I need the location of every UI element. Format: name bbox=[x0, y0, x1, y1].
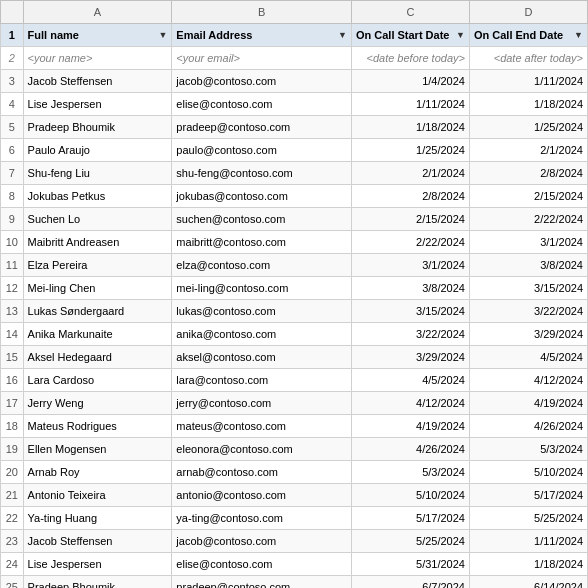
cell-email[interactable]: aksel@contoso.com bbox=[172, 346, 352, 369]
cell-startdate[interactable]: 1/4/2024 bbox=[351, 70, 469, 93]
cell-enddate[interactable]: 1/11/2024 bbox=[469, 70, 587, 93]
cell-enddate[interactable]: 1/11/2024 bbox=[469, 530, 587, 553]
cell-enddate[interactable]: 6/14/2024 bbox=[469, 576, 587, 589]
cell-enddate[interactable]: 4/12/2024 bbox=[469, 369, 587, 392]
cell-fullname[interactable]: Maibritt Andreasen bbox=[23, 231, 172, 254]
cell-startdate[interactable]: 4/26/2024 bbox=[351, 438, 469, 461]
cell-enddate[interactable]: 4/19/2024 bbox=[469, 392, 587, 415]
cell-enddate[interactable]: 5/17/2024 bbox=[469, 484, 587, 507]
cell-fullname[interactable]: Anika Markunaite bbox=[23, 323, 172, 346]
cell-startdate[interactable]: 4/5/2024 bbox=[351, 369, 469, 392]
enddate-filter-icon[interactable]: ▼ bbox=[574, 26, 583, 44]
cell-email[interactable]: anika@contoso.com bbox=[172, 323, 352, 346]
col-fullname-header[interactable]: Full name ▼ bbox=[23, 24, 172, 47]
cell-email[interactable]: maibritt@contoso.com bbox=[172, 231, 352, 254]
cell-fullname[interactable]: Lara Cardoso bbox=[23, 369, 172, 392]
cell-email[interactable]: ya-ting@contoso.com bbox=[172, 507, 352, 530]
cell-email[interactable]: jerry@contoso.com bbox=[172, 392, 352, 415]
cell-startdate[interactable]: 2/15/2024 bbox=[351, 208, 469, 231]
cell-fullname[interactable]: Jerry Weng bbox=[23, 392, 172, 415]
cell-fullname[interactable]: Ellen Mogensen bbox=[23, 438, 172, 461]
cell-fullname[interactable]: Jacob Steffensen bbox=[23, 70, 172, 93]
cell-fullname[interactable]: Pradeep Bhoumik bbox=[23, 576, 172, 589]
cell-email[interactable]: suchen@contoso.com bbox=[172, 208, 352, 231]
cell-fullname[interactable]: Lukas Søndergaard bbox=[23, 300, 172, 323]
cell-email[interactable]: mei-ling@contoso.com bbox=[172, 277, 352, 300]
cell-enddate[interactable]: 2/1/2024 bbox=[469, 139, 587, 162]
cell-enddate[interactable]: 1/18/2024 bbox=[469, 93, 587, 116]
cell-fullname[interactable]: Arnab Roy bbox=[23, 461, 172, 484]
cell-email[interactable]: pradeep@contoso.com bbox=[172, 576, 352, 589]
cell-fullname[interactable]: Aksel Hedegaard bbox=[23, 346, 172, 369]
cell-startdate[interactable]: 3/15/2024 bbox=[351, 300, 469, 323]
cell-startdate[interactable]: 5/10/2024 bbox=[351, 484, 469, 507]
cell-startdate[interactable]: 5/25/2024 bbox=[351, 530, 469, 553]
cell-enddate[interactable]: 2/15/2024 bbox=[469, 185, 587, 208]
email-filter-icon[interactable]: ▼ bbox=[338, 26, 347, 44]
cell-enddate[interactable]: 2/8/2024 bbox=[469, 162, 587, 185]
cell-startdate[interactable]: 5/3/2024 bbox=[351, 461, 469, 484]
cell-startdate[interactable]: 3/22/2024 bbox=[351, 323, 469, 346]
cell-startdate[interactable]: 6/7/2024 bbox=[351, 576, 469, 589]
cell-email[interactable]: elise@contoso.com bbox=[172, 93, 352, 116]
cell-startdate[interactable]: 3/29/2024 bbox=[351, 346, 469, 369]
cell-startdate[interactable]: 1/11/2024 bbox=[351, 93, 469, 116]
cell-enddate[interactable]: 3/8/2024 bbox=[469, 254, 587, 277]
col-letter-b[interactable]: B bbox=[172, 1, 352, 24]
col-enddate-header[interactable]: On Call End Date ▼ bbox=[469, 24, 587, 47]
cell-fullname[interactable]: Shu-feng Liu bbox=[23, 162, 172, 185]
cell-email[interactable]: lara@contoso.com bbox=[172, 369, 352, 392]
col-email-header[interactable]: Email Address ▼ bbox=[172, 24, 352, 47]
cell-email[interactable]: <your email> bbox=[172, 47, 352, 70]
cell-startdate[interactable]: 5/17/2024 bbox=[351, 507, 469, 530]
cell-startdate[interactable]: 1/25/2024 bbox=[351, 139, 469, 162]
cell-email[interactable]: jacob@contoso.com bbox=[172, 70, 352, 93]
cell-enddate[interactable]: 3/29/2024 bbox=[469, 323, 587, 346]
cell-email[interactable]: mateus@contoso.com bbox=[172, 415, 352, 438]
cell-email[interactable]: elza@contoso.com bbox=[172, 254, 352, 277]
cell-enddate[interactable]: 3/15/2024 bbox=[469, 277, 587, 300]
cell-startdate[interactable]: 3/8/2024 bbox=[351, 277, 469, 300]
cell-fullname[interactable]: Elza Pereira bbox=[23, 254, 172, 277]
cell-fullname[interactable]: Mateus Rodrigues bbox=[23, 415, 172, 438]
cell-enddate[interactable]: 3/1/2024 bbox=[469, 231, 587, 254]
cell-enddate[interactable]: 1/18/2024 bbox=[469, 553, 587, 576]
cell-fullname[interactable]: Lise Jespersen bbox=[23, 553, 172, 576]
fullname-filter-icon[interactable]: ▼ bbox=[158, 26, 167, 44]
cell-email[interactable]: arnab@contoso.com bbox=[172, 461, 352, 484]
cell-fullname[interactable]: Jacob Steffensen bbox=[23, 530, 172, 553]
col-letter-c[interactable]: C bbox=[351, 1, 469, 24]
cell-email[interactable]: jokubas@contoso.com bbox=[172, 185, 352, 208]
cell-startdate[interactable]: 2/8/2024 bbox=[351, 185, 469, 208]
cell-fullname[interactable]: Mei-ling Chen bbox=[23, 277, 172, 300]
cell-email[interactable]: lukas@contoso.com bbox=[172, 300, 352, 323]
cell-enddate[interactable]: 4/5/2024 bbox=[469, 346, 587, 369]
cell-startdate[interactable]: 5/31/2024 bbox=[351, 553, 469, 576]
cell-fullname[interactable]: Ya-ting Huang bbox=[23, 507, 172, 530]
cell-fullname[interactable]: Suchen Lo bbox=[23, 208, 172, 231]
cell-startdate[interactable]: 1/18/2024 bbox=[351, 116, 469, 139]
cell-email[interactable]: jacob@contoso.com bbox=[172, 530, 352, 553]
cell-enddate[interactable]: 2/22/2024 bbox=[469, 208, 587, 231]
cell-enddate[interactable]: 5/25/2024 bbox=[469, 507, 587, 530]
cell-email[interactable]: antonio@contoso.com bbox=[172, 484, 352, 507]
cell-startdate[interactable]: 2/22/2024 bbox=[351, 231, 469, 254]
cell-fullname[interactable]: Pradeep Bhoumik bbox=[23, 116, 172, 139]
cell-email[interactable]: paulo@contoso.com bbox=[172, 139, 352, 162]
cell-fullname[interactable]: Lise Jespersen bbox=[23, 93, 172, 116]
cell-enddate[interactable]: 1/25/2024 bbox=[469, 116, 587, 139]
cell-email[interactable]: elise@contoso.com bbox=[172, 553, 352, 576]
cell-enddate[interactable]: <date after today> bbox=[469, 47, 587, 70]
col-startdate-header[interactable]: On Call Start Date ▼ bbox=[351, 24, 469, 47]
col-letter-a[interactable]: A bbox=[23, 1, 172, 24]
cell-startdate[interactable]: 2/1/2024 bbox=[351, 162, 469, 185]
col-letter-d[interactable]: D bbox=[469, 1, 587, 24]
cell-startdate[interactable]: <date before today> bbox=[351, 47, 469, 70]
cell-startdate[interactable]: 3/1/2024 bbox=[351, 254, 469, 277]
cell-fullname[interactable]: Jokubas Petkus bbox=[23, 185, 172, 208]
cell-fullname[interactable]: <your name> bbox=[23, 47, 172, 70]
cell-enddate[interactable]: 5/3/2024 bbox=[469, 438, 587, 461]
cell-enddate[interactable]: 4/26/2024 bbox=[469, 415, 587, 438]
cell-email[interactable]: pradeep@contoso.com bbox=[172, 116, 352, 139]
cell-startdate[interactable]: 4/12/2024 bbox=[351, 392, 469, 415]
